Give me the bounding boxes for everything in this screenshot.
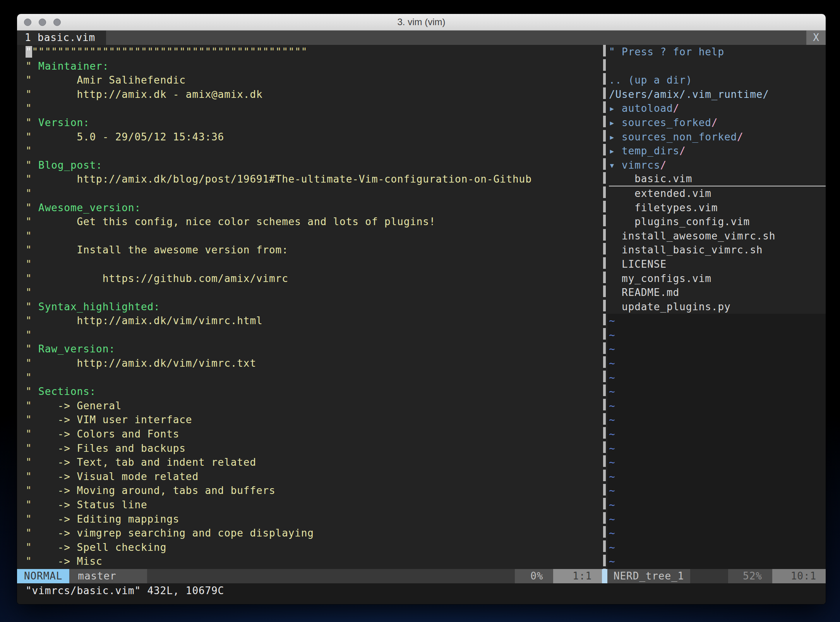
tab-close-button[interactable]: X (806, 31, 826, 45)
text-segment: Sections: (38, 386, 96, 397)
tree-item[interactable]: my_configs.vim (609, 272, 826, 286)
editor-line[interactable]: " https://github.com/amix/vimrc (26, 272, 602, 286)
command-line[interactable]: "vimrcs/basic.vim" 432L, 10679C (17, 583, 826, 604)
editor-line[interactable]: """"""""""""""""""""""""""""""""""""""""… (26, 45, 602, 59)
text-segment: http://amix.dk/vim/vimrc.html (32, 315, 263, 326)
tree-item[interactable]: filetypes.vim (609, 201, 826, 215)
editor-pane[interactable]: """"""""""""""""""""""""""""""""""""""""… (17, 45, 602, 569)
editor-line[interactable]: " (26, 101, 602, 116)
text-segment: " (26, 244, 32, 256)
tree-item[interactable]: /Users/amix/.vim_runtime/ (609, 87, 826, 102)
editor-line[interactable]: " Blog_post: (26, 158, 602, 173)
split-separator[interactable] (602, 45, 607, 569)
tree-item[interactable] (609, 59, 826, 73)
tree-item[interactable]: update_plugins.py (609, 300, 826, 314)
editor-line[interactable]: " (26, 285, 602, 300)
tree-item[interactable]: .. (up a dir) (609, 73, 826, 87)
empty-line-tilde: ~ (609, 328, 826, 342)
text-segment: autoload (622, 103, 673, 114)
tree-item-selected[interactable]: basic.vim (609, 172, 826, 186)
tree-item[interactable]: ▾ vimrcs/ (609, 158, 826, 173)
editor-line[interactable]: " -> Status line (26, 498, 602, 512)
editor-line[interactable]: " (26, 186, 602, 201)
text-segment: -> General (32, 400, 122, 412)
tree-item[interactable]: install_awesome_vimrc.sh (609, 229, 826, 243)
editor-line[interactable]: " -> General (26, 399, 602, 413)
tree-item[interactable]: " Press ? for help (609, 45, 826, 59)
editor-line[interactable]: " (26, 328, 602, 342)
text-segment: " (26, 456, 32, 468)
editor-line[interactable]: " (26, 144, 602, 158)
text-segment: temp_dirs (622, 145, 679, 157)
editor-line[interactable]: " -> vimgrep searching and cope displayi… (26, 526, 602, 540)
text-segment: / (711, 117, 718, 128)
text-segment: " (26, 527, 32, 539)
text-segment: -> Text, tab and indent related (32, 456, 256, 468)
text-segment: " (26, 315, 32, 326)
text-segment: " (26, 471, 32, 482)
editor-line[interactable]: " Sections: (26, 384, 602, 399)
editor-line[interactable]: " -> Text, tab and indent related (26, 455, 602, 470)
statusline-separator-cell (602, 569, 607, 583)
text-segment: " (26, 485, 32, 496)
editor-line[interactable]: " Get this config, nice color schemes an… (26, 215, 602, 229)
empty-line-tilde: ~ (609, 526, 826, 540)
editor-line[interactable]: " Install the awesome version from: (26, 243, 602, 257)
editor-line[interactable]: " (26, 257, 602, 272)
text-segment: -> Moving around, tabs and buffers (32, 485, 276, 496)
editor-line[interactable]: " Syntax_highlighted: (26, 300, 602, 314)
tree-item[interactable]: ▸ temp_dirs/ (609, 144, 826, 158)
editor-line[interactable]: " -> Misc (26, 554, 602, 569)
editor-line[interactable]: " (26, 229, 602, 243)
text-segment: ~ (609, 315, 615, 326)
text-segment: sources_forked (622, 117, 711, 128)
text-segment: " (26, 400, 32, 412)
text-segment: " (26, 103, 32, 114)
text-segment: Maintainer: (38, 60, 109, 72)
editor-line[interactable]: " Awesome_version: (26, 201, 602, 215)
text-segment: " (26, 273, 32, 284)
tree-item[interactable]: extended.vim (609, 186, 826, 201)
text-segment: " (26, 216, 32, 227)
text-segment: " (26, 542, 32, 553)
text-segment: install_basic_vimrc.sh (609, 244, 763, 256)
editor-line[interactable]: " -> VIM user interface (26, 413, 602, 427)
editor-line[interactable]: " Raw_version: (26, 342, 602, 356)
text-segment: ~ (609, 527, 615, 539)
editor-line[interactable]: " Amir Salihefendic (26, 73, 602, 87)
text-segment: " (26, 89, 32, 100)
editor-line[interactable]: " -> Files and backups (26, 441, 602, 456)
editor-line[interactable]: " Maintainer: (26, 59, 602, 73)
editor-line[interactable]: " http://amix.dk/blog/post/19691#The-ult… (26, 172, 602, 186)
window-titlebar[interactable]: 3. vim (vim) (17, 14, 826, 31)
scroll-percent: 0% (515, 569, 553, 583)
tree-item[interactable]: ▸ autoload/ (609, 101, 826, 116)
tree-item[interactable]: ▸ sources_non_forked/ (609, 130, 826, 144)
text-segment: ▾ (609, 159, 622, 171)
editor-line[interactable]: " http://amix.dk/vim/vimrc.html (26, 314, 602, 328)
text-segment: LICENSE (609, 258, 667, 270)
editor-line[interactable]: " http://amix.dk - amix@amix.dk (26, 87, 602, 102)
editor-line[interactable]: " 5.0 - 29/05/12 15:43:36 (26, 130, 602, 144)
editor-line[interactable]: " http://amix.dk/vim/vimrc.txt (26, 356, 602, 371)
text-segment: -> Status line (32, 499, 147, 511)
text-segment: ~ (609, 414, 615, 425)
editor-line[interactable]: " -> Spell checking (26, 540, 602, 555)
editor-line[interactable]: " -> Visual mode related (26, 470, 602, 484)
tree-item[interactable]: ▸ sources_forked/ (609, 116, 826, 130)
tree-item[interactable]: install_basic_vimrc.sh (609, 243, 826, 257)
editor-line[interactable]: " (26, 371, 602, 385)
text-segment: 5.0 - 29/05/12 15:43:36 (32, 131, 225, 143)
tree-item[interactable]: README.md (609, 285, 826, 300)
empty-line-tilde: ~ (609, 498, 826, 512)
editor-line[interactable]: " -> Moving around, tabs and buffers (26, 484, 602, 498)
tree-item[interactable]: plugins_config.vim (609, 215, 826, 229)
editor-line[interactable]: " -> Editing mappings (26, 512, 602, 526)
tab-basic-vim[interactable]: 1 basic.vim (17, 31, 106, 45)
text-segment: " (26, 145, 32, 157)
text-segment: " (26, 414, 32, 425)
tree-item[interactable]: LICENSE (609, 257, 826, 272)
editor-line[interactable]: " Version: (26, 116, 602, 130)
text-segment: /Users/amix/.vim_runtime/ (609, 89, 769, 100)
editor-line[interactable]: " -> Colors and Fonts (26, 427, 602, 441)
